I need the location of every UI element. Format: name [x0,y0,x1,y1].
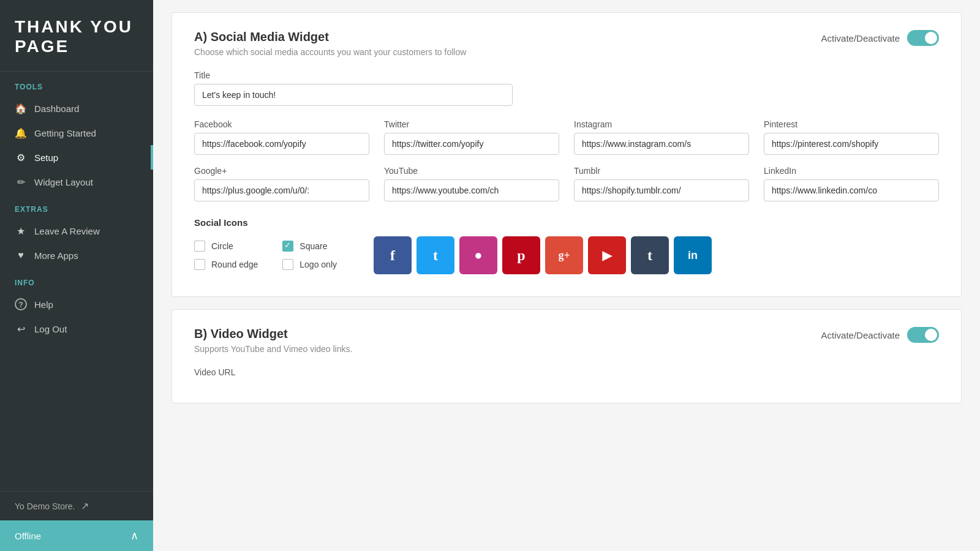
bell-icon: 🔔 [15,127,27,139]
chevron-up-icon[interactable]: ∧ [130,529,138,542]
checkbox-logo-only[interactable]: Logo only [282,259,337,270]
twitter-icon-preview: t [417,236,454,274]
checkbox-group-left: Circle Round edge [194,241,258,270]
tumblr-input[interactable] [574,179,749,201]
social-url-grid: Facebook Twitter Instagram Pinterest Goo… [194,119,939,201]
linkedin-input[interactable] [764,179,939,201]
star-icon: ★ [15,225,27,237]
home-icon: 🏠 [15,102,27,114]
social-icons-section: Social Icons Circle Round edge Squar [194,217,939,274]
checkbox-square[interactable]: Square [282,241,337,252]
sidebar-item-getting-started[interactable]: 🔔 Getting Started [0,121,153,145]
sidebar-store-info: Yo Demo Store. ↗ [0,491,153,520]
instagram-icon-preview: ● [459,236,497,274]
sidebar-section-tools: Tools 🏠 Dashboard 🔔 Getting Started ⚙ Se… [0,72,153,194]
video-activate-section: Activate/Deactivate [821,327,939,343]
linkedin-label: LinkedIn [764,166,939,176]
main-content: A) Social Media Widget Choose which soci… [153,0,980,551]
sidebar-item-leave-review[interactable]: ★ Leave A Review [0,219,153,243]
checkbox-group-right: Square Logo only [282,241,337,270]
app-logo: THANK YOU PAGE [0,0,153,72]
instagram-label: Instagram [574,119,749,129]
widget-title-group: A) Social Media Widget Choose which soci… [194,30,466,57]
video-widget-title: B) Video Widget [194,327,352,341]
facebook-input[interactable] [194,133,369,155]
video-url-label: Video URL [194,367,939,377]
sidebar-section-label-extras: Extras [0,194,153,219]
tumblr-label: Tumblr [574,166,749,176]
social-field-facebook: Facebook [194,119,369,155]
googleplus-icon-preview: g+ [545,236,583,274]
pinterest-input[interactable] [764,133,939,155]
edit-icon: ✏ [15,176,27,188]
social-field-tumblr: Tumblr [574,166,749,201]
widget-subtitle: Choose which social media accounts you w… [194,47,466,57]
title-label: Title [194,70,939,80]
facebook-icon-preview: f [374,236,412,274]
googleplus-input[interactable] [194,179,369,201]
sidebar-item-widget-layout[interactable]: ✏ Widget Layout [0,170,153,194]
video-widget-title-group: B) Video Widget Supports YouTube and Vim… [194,327,352,354]
store-name: Yo Demo Store. [15,501,75,511]
checkbox-circle[interactable]: Circle [194,241,258,252]
social-field-instagram: Instagram [574,119,749,155]
square-checkbox[interactable] [282,241,293,252]
sidebar-section-label-info: Info [0,268,153,292]
logo-only-label: Logo only [300,260,337,269]
twitter-label: Twitter [384,119,559,129]
store-link-icon[interactable]: ↗ [81,500,89,512]
googleplus-label: Google+ [194,166,369,176]
sidebar-section-label-tools: Tools [0,72,153,96]
offline-status-bar[interactable]: Offline ∧ [0,520,153,551]
logo-only-checkbox[interactable] [282,259,293,270]
logout-icon: ↩ [15,323,27,335]
tumblr-icon-preview: t [631,236,669,274]
youtube-input[interactable] [384,179,559,201]
sidebar: THANK YOU PAGE Tools 🏠 Dashboard 🔔 Getti… [0,0,153,551]
social-field-twitter: Twitter [384,119,559,155]
sidebar-item-more-apps[interactable]: ♥ More Apps [0,243,153,268]
sidebar-item-setup[interactable]: ⚙ Setup [0,145,153,170]
sidebar-item-label: Help [34,299,53,310]
sidebar-item-label: Getting Started [34,128,96,138]
sidebar-item-logout[interactable]: ↩ Log Out [0,317,153,341]
twitter-input[interactable] [384,133,559,155]
social-icons-preview: f t ● p g+ ▶ t in [374,236,712,274]
heart-icon: ♥ [15,249,27,261]
sidebar-section-info: Info ? Help ↩ Log Out [0,268,153,341]
sidebar-item-label: Setup [34,152,58,163]
video-widget-header: B) Video Widget Supports YouTube and Vim… [194,327,939,354]
offline-label: Offline [15,531,41,541]
sidebar-item-label: Widget Layout [34,177,93,187]
question-icon: ? [15,298,27,310]
checkbox-round-edge[interactable]: Round edge [194,259,258,270]
social-field-youtube: YouTube [384,166,559,201]
video-activate-label: Activate/Deactivate [821,330,900,340]
sidebar-item-label: Log Out [34,324,67,334]
title-input[interactable] [194,84,513,106]
round-edge-label: Round edge [211,260,258,269]
sidebar-item-help[interactable]: ? Help [0,292,153,317]
sidebar-item-label: More Apps [34,250,78,261]
sidebar-item-label: Dashboard [34,103,79,114]
activate-label: Activate/Deactivate [821,33,900,43]
youtube-label: YouTube [384,166,559,176]
linkedin-icon-preview: in [674,236,712,274]
round-edge-checkbox[interactable] [194,259,205,270]
social-media-widget-card: A) Social Media Widget Choose which soci… [172,12,962,297]
youtube-icon-preview: ▶ [588,236,626,274]
social-field-googleplus: Google+ [194,166,369,201]
sidebar-item-label: Leave A Review [34,226,100,236]
widget-header: A) Social Media Widget Choose which soci… [194,30,939,57]
activate-toggle[interactable] [907,30,939,46]
video-activate-toggle[interactable] [907,327,939,343]
instagram-input[interactable] [574,133,749,155]
sidebar-section-extras: Extras ★ Leave A Review ♥ More Apps [0,194,153,268]
facebook-label: Facebook [194,119,369,129]
video-url-section: Video URL [194,367,939,377]
video-widget-subtitle: Supports YouTube and Vimeo video links. [194,344,352,354]
widget-title: A) Social Media Widget [194,30,466,44]
social-field-linkedin: LinkedIn [764,166,939,201]
sidebar-item-dashboard[interactable]: 🏠 Dashboard [0,96,153,121]
circle-checkbox[interactable] [194,241,205,252]
